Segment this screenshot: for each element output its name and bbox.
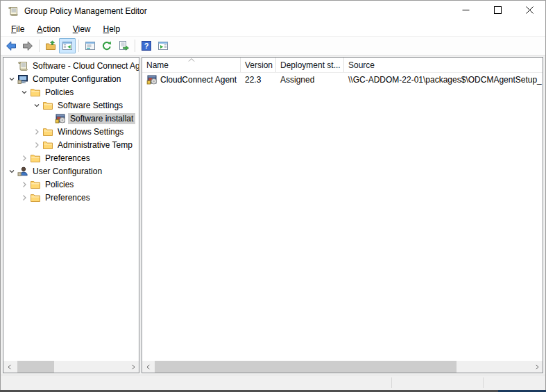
folder-icon — [30, 87, 41, 98]
list-horizontal-scrollbar[interactable] — [142, 361, 543, 373]
menu-action[interactable]: Action — [31, 22, 66, 36]
window-frame: Group Policy Management Editor FileActio… — [0, 0, 546, 390]
column-header-source[interactable]: Source — [344, 58, 543, 72]
show-action-pane-icon — [157, 40, 169, 51]
tree-item-computer-configuration[interactable]: Computer Configuration — [3, 72, 139, 85]
chevron-down-icon[interactable] — [31, 100, 42, 111]
list-row-cloudconnect-agent[interactable]: CloudConnect Agent22.3Assigned\\GC-ADDOM… — [142, 73, 543, 87]
minimize-button[interactable] — [450, 1, 481, 22]
scroll-left-button[interactable] — [3, 361, 15, 373]
help-button[interactable]: ? — [138, 38, 155, 53]
column-header-label: Name — [146, 60, 169, 70]
scroll-left-button[interactable] — [142, 361, 154, 373]
show-console-tree-icon — [62, 40, 73, 51]
cell-name: CloudConnect Agent — [142, 74, 241, 85]
refresh-icon — [101, 40, 112, 51]
tree-item-policies[interactable]: Policies — [3, 178, 139, 191]
properties-button[interactable] — [82, 38, 99, 53]
minimize-icon — [462, 6, 470, 16]
forward-icon — [22, 40, 33, 51]
chevron-right-icon[interactable] — [31, 139, 42, 151]
tree-item-label: Software - Cloud Connect Ager — [31, 60, 139, 71]
tree-horizontal-scrollbar[interactable] — [3, 361, 139, 373]
maximize-icon — [494, 6, 502, 16]
chevron-right-icon[interactable] — [19, 153, 30, 164]
tree-item-administrative-temp[interactable]: Administrative Temp — [3, 138, 139, 151]
close-button[interactable] — [513, 1, 545, 22]
column-header-label: Source — [348, 60, 375, 70]
menu-view[interactable]: View — [67, 22, 97, 36]
show-console-tree-button[interactable] — [59, 38, 76, 53]
package-icon — [146, 74, 157, 85]
computer-icon — [17, 74, 28, 85]
scroll-right-button[interactable] — [127, 361, 139, 373]
scrollbar-thumb[interactable] — [17, 361, 54, 373]
folder-icon — [30, 179, 41, 190]
content-area: Software - Cloud Connect AgerComputer Co… — [1, 56, 545, 375]
folder-icon — [42, 100, 53, 111]
maximize-button[interactable] — [481, 1, 513, 22]
column-header-version[interactable]: Version — [241, 58, 276, 72]
toolbar-separator — [39, 40, 40, 52]
scrollbar-track[interactable] — [154, 361, 531, 373]
title-bar[interactable]: Group Policy Management Editor — [1, 1, 545, 22]
export-list-button[interactable] — [115, 38, 132, 53]
show-action-pane-button[interactable] — [155, 38, 171, 53]
tree-item-policies[interactable]: Policies — [3, 85, 139, 99]
up-one-level-button[interactable] — [42, 38, 59, 53]
chevron-down-icon[interactable] — [6, 166, 17, 177]
tree-item-label: Windows Settings — [56, 126, 126, 137]
svg-text:?: ? — [144, 42, 149, 50]
scrollbar-thumb[interactable] — [155, 361, 457, 373]
folder-icon — [30, 192, 41, 203]
scrollbar-track[interactable] — [15, 361, 127, 373]
menubar: FileActionViewHelp — [1, 22, 545, 37]
back-button[interactable] — [3, 38, 19, 53]
tree-item-label: Computer Configuration — [31, 74, 123, 85]
tree-item-label: Administrative Temp — [56, 139, 135, 151]
cell-text: CloudConnect Agent — [160, 75, 237, 85]
column-header-label: Version — [245, 60, 273, 70]
column-header-deployment-st[interactable]: Deployment st... — [276, 58, 344, 72]
chevron-right-icon[interactable] — [19, 179, 30, 190]
export-list-icon — [118, 40, 129, 51]
tree-item-software-installat[interactable]: Software installat — [3, 112, 139, 125]
refresh-button[interactable] — [99, 38, 115, 53]
scroll-right-button[interactable] — [531, 361, 543, 373]
cell-deployment-st: Assigned — [276, 75, 344, 85]
chevron-down-icon[interactable] — [6, 74, 17, 85]
list-rows: CloudConnect Agent22.3Assigned\\GC-ADDOM… — [142, 73, 543, 87]
tree-item-label: User Configuration — [31, 166, 104, 177]
results-pane: NameVersionDeployment st...Source CloudC… — [142, 57, 543, 373]
chevron-spacer — [44, 113, 55, 124]
cell-text: 22.3 — [245, 75, 261, 85]
toolbar: ? — [1, 37, 545, 56]
menu-file[interactable]: File — [5, 22, 31, 36]
status-bar — [1, 375, 545, 390]
back-icon — [6, 40, 17, 51]
tree-item-label: Policies — [43, 87, 76, 98]
tree-item-windows-settings[interactable]: Windows Settings — [3, 125, 139, 138]
menu-help[interactable]: Help — [97, 22, 127, 36]
toolbar-separator — [78, 40, 79, 52]
tree-item-preferences[interactable]: Preferences — [3, 151, 139, 164]
chevron-right-icon[interactable] — [31, 126, 42, 137]
tree-item-user-configuration[interactable]: User Configuration — [3, 164, 139, 178]
folder-icon — [30, 153, 41, 164]
chevron-right-icon[interactable] — [19, 192, 30, 203]
tree-item-software-settings[interactable]: Software Settings — [3, 99, 139, 112]
up-one-level-icon — [45, 40, 56, 51]
cell-text: \\GC-ADDOM-22-01\packages$\ODCMAgentSetu… — [348, 75, 542, 85]
column-header-label: Deployment st... — [280, 60, 341, 70]
user-icon — [17, 166, 28, 177]
forward-button[interactable] — [19, 38, 36, 53]
console-root-icon — [17, 60, 28, 71]
chevron-spacer — [6, 60, 17, 71]
tree-item-preferences[interactable]: Preferences — [3, 191, 139, 204]
tree-item-software-cloud-connect-ager[interactable]: Software - Cloud Connect Ager — [3, 59, 139, 72]
chevron-down-icon[interactable] — [19, 87, 30, 98]
mmc-console-icon — [8, 6, 19, 17]
folder-icon — [42, 126, 53, 137]
group-policy-management-editor-window: Group Policy Management Editor FileActio… — [0, 0, 546, 392]
column-header-name[interactable]: Name — [142, 58, 241, 72]
